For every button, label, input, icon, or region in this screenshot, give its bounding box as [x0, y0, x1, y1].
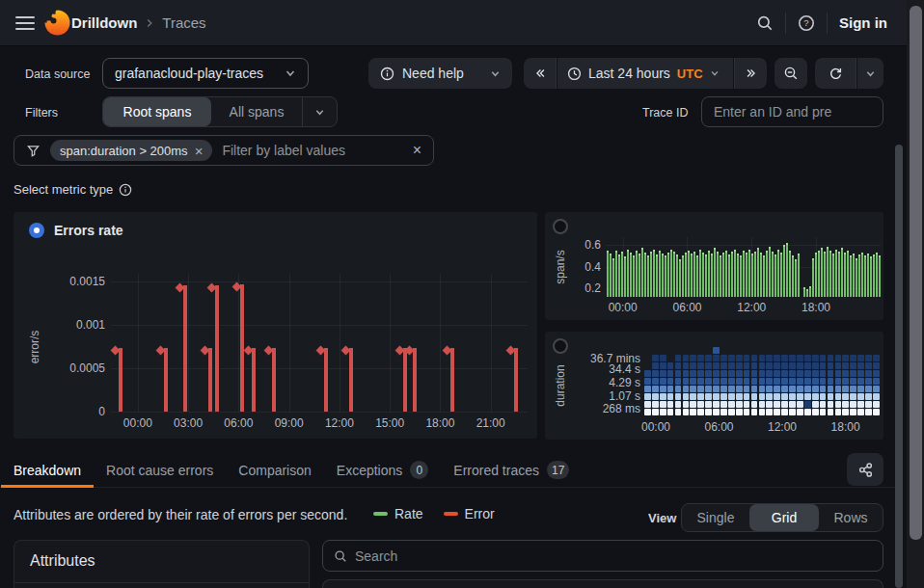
tab-label: Comparison [238, 463, 311, 478]
view-option-single[interactable]: Single [682, 504, 749, 531]
tab-comparison[interactable]: Comparison [226, 453, 323, 488]
span-rate-bar [624, 256, 626, 297]
span-rate-bar [610, 254, 611, 297]
heatmap-cell [873, 393, 880, 400]
y-tick-label: 0.0015 [14, 275, 105, 288]
toggle-all-spans[interactable]: All spans [211, 97, 302, 126]
heatmap-cell [789, 362, 796, 369]
heatmap-cell [789, 355, 796, 361]
span-rate-bar [780, 253, 782, 297]
attribute-search-input[interactable] [355, 548, 872, 564]
heatmap-cell [720, 393, 727, 400]
search-icon[interactable] [756, 14, 774, 32]
span-rate-bar [777, 250, 779, 298]
heatmap-cell [751, 355, 758, 361]
tab-root-cause-errors[interactable]: Root cause errors [94, 453, 226, 488]
heatmap-cell [850, 370, 856, 377]
duration-panel: duration 36.7 mins34.4 s4.29 s1.07 s268 … [545, 332, 883, 440]
x-tick-label: 00:00 [635, 420, 677, 434]
heatmap-cell [828, 370, 834, 377]
span-rate-bar [856, 258, 857, 298]
menu-icon[interactable] [15, 16, 35, 30]
span-rate-bar [734, 250, 736, 298]
heatmap-cell [751, 378, 758, 385]
help-icon[interactable]: ? [798, 14, 815, 32]
heatmap-cell [644, 409, 651, 415]
heatmap-cell [690, 378, 696, 385]
heatmap-cell [804, 362, 811, 369]
y-tick-label: 34.4 s [553, 362, 640, 376]
y-tick-label: 0.6 [562, 238, 601, 252]
heatmap-cell [797, 393, 803, 400]
span-rate-bar [720, 255, 721, 297]
span-scope-dropdown[interactable] [303, 97, 337, 126]
span-rate-bar [673, 252, 675, 297]
need-help-button[interactable]: Need help [368, 58, 512, 89]
heatmap-cell [705, 393, 712, 400]
view-option-rows[interactable]: Rows [819, 504, 883, 531]
heatmap-cell [842, 386, 849, 392]
grid-line-v [289, 274, 290, 412]
heatmap-cell [720, 401, 727, 408]
span-rate-bar [670, 250, 672, 298]
heatmap-cell [828, 401, 834, 408]
toggle-root-spans[interactable]: Root spans [103, 97, 211, 126]
span-scope-toggle: Root spans All spans [102, 96, 338, 127]
duration-filter-pill[interactable]: span:duration > 200ms × [50, 140, 212, 161]
heatmap-cell [781, 401, 788, 408]
breadcrumb-app[interactable]: Drilldown [71, 14, 137, 31]
refresh-interval-dropdown[interactable] [857, 58, 883, 89]
inner-scrollbar[interactable] [895, 145, 903, 588]
heatmap-cell [873, 370, 880, 377]
heatmap-cell [667, 362, 674, 369]
trace-id-input[interactable] [714, 104, 871, 120]
grafana-logo-icon[interactable] [44, 10, 70, 36]
heatmap-cell-outlier [713, 347, 720, 354]
error-bar [349, 348, 353, 412]
span-rate-bar [685, 253, 687, 297]
span-rate-bar [861, 253, 863, 297]
span-rate-bar [818, 251, 820, 297]
x-tick-label: 06:00 [215, 416, 261, 430]
span-rate-bar [688, 251, 690, 297]
sign-in-button[interactable]: Sign in [839, 14, 887, 31]
span-rate-bar [615, 251, 617, 297]
heatmap-cell [736, 378, 743, 385]
heatmap-cell [652, 370, 659, 377]
scrollbar-thumb[interactable] [910, 6, 922, 540]
view-option-grid[interactable]: Grid [749, 504, 819, 531]
time-back-button[interactable] [524, 58, 557, 89]
time-range-picker[interactable]: Last 24 hours UTC [557, 58, 733, 89]
heatmap-cell [865, 386, 872, 392]
span-rate-bar [766, 251, 768, 297]
zoom-out-button[interactable] [775, 58, 807, 89]
heatmap-cell [797, 378, 803, 385]
tab-errored-traces[interactable]: Errored traces17 [441, 453, 582, 488]
duration-heatmap: 36.7 mins34.4 s4.29 s1.07 s268 ms00:0006… [545, 332, 883, 440]
tab-label: Root cause errors [106, 463, 213, 478]
x-tick-label: 18:00 [825, 420, 867, 434]
heatmap-cell [644, 393, 651, 400]
span-rate-bar [751, 254, 753, 297]
heatmap-cell [690, 386, 696, 392]
label-values-input[interactable] [222, 143, 402, 158]
tab-exceptions[interactable]: Exceptions0 [324, 453, 441, 488]
span-rate-bar [827, 247, 829, 297]
datasource-select[interactable]: grafanacloud-play-traces [102, 58, 309, 89]
tab-breakdown[interactable]: Breakdown [1, 453, 94, 488]
remove-filter-icon[interactable]: × [195, 144, 204, 158]
scrollbar-track[interactable] [907, 0, 924, 588]
y-tick-label: 1.07 s [553, 389, 640, 403]
clear-filters-icon[interactable]: × [413, 143, 421, 158]
refresh-button[interactable] [815, 58, 856, 89]
error-bar [413, 348, 417, 412]
heatmap-cell [873, 386, 880, 392]
time-forward-button[interactable] [734, 58, 767, 89]
heatmap-cell [766, 401, 773, 408]
info-circle-icon[interactable] [119, 183, 132, 197]
share-button[interactable] [847, 453, 883, 486]
heatmap-cell [683, 355, 690, 361]
breadcrumb-page[interactable]: Traces [162, 14, 205, 31]
x-tick-label: 06:00 [698, 420, 741, 434]
heatmap-cell [820, 401, 827, 408]
